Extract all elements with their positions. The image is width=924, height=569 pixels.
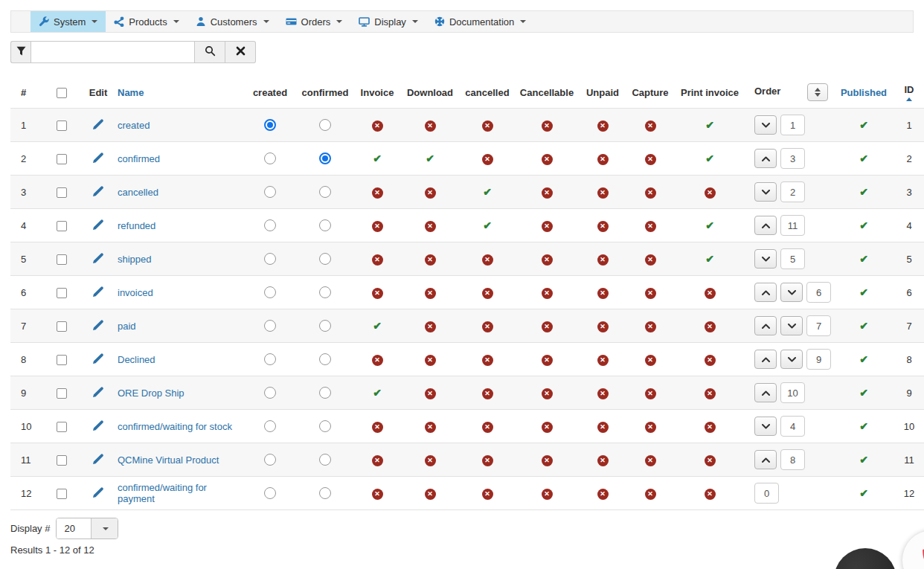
order-up-button[interactable] (754, 450, 777, 469)
confirmed-radio[interactable] (319, 420, 331, 432)
order-input[interactable] (754, 483, 779, 504)
edit-button[interactable] (92, 322, 104, 333)
confirmed-radio[interactable] (319, 286, 331, 298)
id-sort-link[interactable]: ID (905, 84, 914, 95)
display-count-select[interactable]: 20 (56, 518, 118, 539)
status-name-link[interactable]: confirmed/waiting for payment (118, 482, 207, 504)
created-radio[interactable] (264, 152, 276, 164)
order-input[interactable] (780, 181, 805, 202)
confirmed-radio[interactable] (319, 487, 331, 499)
col-header-name[interactable]: Name (116, 83, 244, 109)
search-input[interactable] (31, 41, 195, 63)
status-name-link[interactable]: confirmed (118, 153, 160, 164)
order-input[interactable] (780, 148, 805, 169)
created-radio[interactable] (264, 219, 276, 231)
row-checkbox[interactable] (57, 288, 67, 298)
row-checkbox[interactable] (57, 422, 67, 432)
created-radio[interactable] (264, 286, 276, 298)
status-name-link[interactable]: refunded (118, 220, 155, 231)
edit-button[interactable] (92, 121, 104, 132)
order-up-button[interactable] (754, 383, 777, 402)
search-button[interactable] (195, 41, 225, 63)
order-input[interactable] (806, 349, 831, 370)
order-input[interactable] (806, 315, 831, 336)
order-up-button[interactable] (754, 283, 777, 302)
row-checkbox[interactable] (57, 120, 67, 131)
status-name-link[interactable]: ORE Drop Ship (118, 388, 185, 399)
menu-display[interactable]: Display (350, 11, 426, 32)
edit-button[interactable] (92, 289, 104, 300)
row-checkbox[interactable] (57, 455, 67, 466)
order-input[interactable] (806, 282, 831, 303)
status-name-link[interactable]: shipped (118, 254, 152, 265)
order-sort-button[interactable] (807, 83, 828, 101)
order-input[interactable] (780, 248, 805, 269)
row-checkbox[interactable] (57, 254, 67, 265)
edit-button[interactable] (92, 422, 104, 434)
menu-system[interactable]: System (31, 11, 106, 32)
row-checkbox[interactable] (57, 321, 67, 332)
row-checkbox[interactable] (57, 221, 67, 231)
clear-search-button[interactable] (225, 41, 256, 63)
edit-button[interactable] (92, 456, 104, 467)
order-down-button[interactable] (754, 182, 777, 202)
col-header-id[interactable]: ID (894, 83, 924, 109)
edit-button[interactable] (92, 356, 104, 367)
created-radio[interactable] (264, 487, 276, 499)
order-down-button[interactable] (780, 283, 803, 302)
menu-customers[interactable]: Customers (187, 11, 277, 32)
created-radio[interactable] (264, 420, 276, 432)
row-checkbox[interactable] (57, 154, 67, 164)
edit-button[interactable] (92, 155, 104, 166)
order-input[interactable] (780, 215, 805, 236)
edit-button[interactable] (92, 389, 104, 400)
confirmed-radio[interactable] (319, 320, 331, 332)
confirmed-radio[interactable] (319, 186, 331, 198)
edit-button[interactable] (92, 188, 104, 199)
status-name-link[interactable]: confirmed/waiting for stock (118, 421, 232, 432)
col-header-published[interactable]: Published (833, 83, 894, 109)
created-radio[interactable] (264, 253, 276, 265)
order-sort-link[interactable]: Order (754, 86, 780, 97)
order-down-button[interactable] (780, 350, 803, 369)
order-input[interactable] (780, 382, 805, 403)
row-checkbox[interactable] (57, 388, 67, 399)
order-up-button[interactable] (754, 149, 777, 168)
row-checkbox[interactable] (57, 355, 67, 365)
select-all-checkbox[interactable] (57, 88, 67, 98)
row-checkbox[interactable] (57, 187, 67, 198)
order-up-button[interactable] (754, 316, 777, 335)
edit-button[interactable] (92, 222, 104, 233)
menu-documentation[interactable]: Documentation (426, 11, 534, 32)
confirmed-radio[interactable] (319, 152, 331, 164)
order-input[interactable] (780, 115, 805, 135)
menu-orders[interactable]: Orders (277, 11, 351, 32)
edit-button[interactable] (92, 255, 104, 266)
created-radio[interactable] (264, 119, 276, 131)
confirmed-radio[interactable] (319, 454, 331, 466)
status-name-link[interactable]: created (118, 120, 150, 131)
confirmed-radio[interactable] (319, 353, 331, 365)
confirmed-radio[interactable] (319, 253, 331, 265)
created-radio[interactable] (264, 353, 276, 365)
order-down-button[interactable] (754, 115, 777, 135)
created-radio[interactable] (264, 186, 276, 198)
menu-products[interactable]: Products (106, 11, 187, 32)
order-down-button[interactable] (754, 249, 777, 269)
row-checkbox[interactable] (57, 489, 67, 499)
status-name-link[interactable]: Declined (118, 354, 155, 365)
confirmed-radio[interactable] (319, 219, 331, 231)
status-name-link[interactable]: QCMine Virtual Product (118, 454, 219, 466)
order-up-button[interactable] (754, 216, 777, 235)
status-name-link[interactable]: paid (118, 321, 136, 332)
edit-button[interactable] (92, 489, 104, 501)
confirmed-radio[interactable] (319, 119, 331, 131)
status-name-link[interactable]: invoiced (118, 287, 153, 298)
created-radio[interactable] (264, 320, 276, 332)
order-down-button[interactable] (780, 316, 803, 335)
status-name-link[interactable]: cancelled (118, 187, 158, 198)
confirmed-radio[interactable] (319, 387, 331, 399)
order-input[interactable] (780, 449, 805, 470)
order-up-button[interactable] (754, 350, 777, 369)
created-radio[interactable] (264, 454, 276, 466)
